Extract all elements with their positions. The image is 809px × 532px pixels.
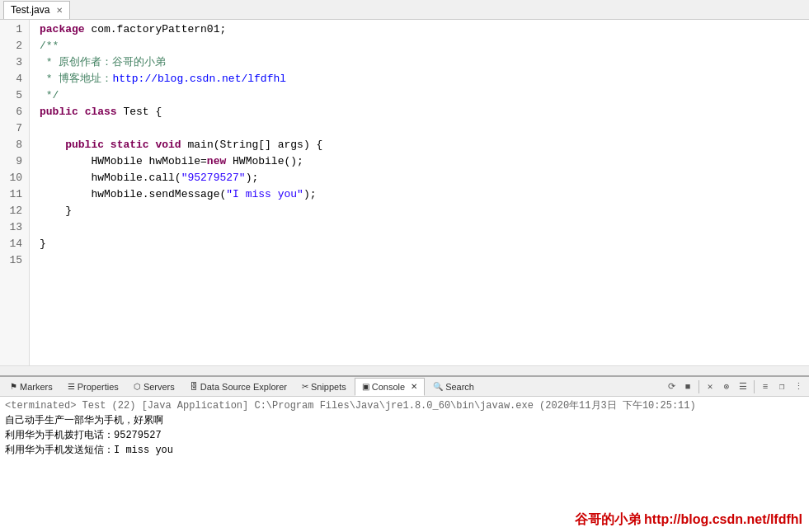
tab-bar: Test.java ✕	[0, 0, 809, 20]
snippets-tab-icon: ✂	[302, 382, 308, 391]
toolbar-separator	[754, 380, 755, 393]
line-number: 11	[3, 186, 22, 203]
code-line	[40, 252, 809, 269]
console-toolbar: ⟳■✕⊗☰≡❐⋮	[664, 379, 809, 394]
line-number: 9	[3, 153, 22, 170]
line-number: 8	[3, 137, 22, 153]
line-number: 6	[3, 104, 22, 120]
tab-close-icon[interactable]: ✕	[56, 6, 63, 15]
bottom-tab-console[interactable]: ▣Console✕	[355, 378, 425, 396]
file-tab-label: Test.java	[11, 4, 49, 16]
line-number: 4	[3, 71, 22, 87]
bottom-tab-bar: ⚑Markers☰Properties⬡Servers🗄Data Source …	[0, 377, 809, 397]
code-line: hwMobile.call("95279527");	[40, 170, 809, 186]
snippets-tab-label: Snippets	[311, 382, 346, 392]
line-number: 1	[3, 21, 22, 38]
line-number: 10	[3, 170, 22, 186]
code-line: public class Test {	[40, 104, 809, 120]
code-line: * 原创作者：谷哥的小弟	[40, 54, 809, 71]
code-line: HWMobile hwMobile=new HWMobile();	[40, 153, 809, 170]
line-number: 3	[3, 54, 22, 71]
code-line: }	[40, 236, 809, 252]
properties-tab-label: Properties	[78, 382, 119, 392]
refresh-icon[interactable]: ⟳	[664, 379, 679, 394]
bottom-tab-snippets[interactable]: ✂Snippets	[295, 378, 353, 396]
line-number: 13	[3, 219, 22, 236]
line-number: 15	[3, 252, 22, 269]
copy-icon[interactable]: ❐	[774, 379, 789, 394]
bottom-tab-search[interactable]: 🔍Search	[426, 378, 481, 396]
line-number: 5	[3, 87, 22, 104]
datasource-tab-icon: 🗄	[190, 382, 198, 391]
properties-tab-icon: ☰	[68, 382, 75, 391]
bottom-tab-datasource[interactable]: 🗄Data Source Explorer	[183, 378, 294, 396]
code-line	[40, 219, 809, 236]
code-line: */	[40, 87, 809, 104]
markers-tab-label: Markers	[20, 382, 53, 392]
console-output-line: 利用华为手机发送短信：I miss you	[5, 443, 804, 458]
close-icon[interactable]: ✕	[703, 379, 717, 394]
file-tab[interactable]: Test.java ✕	[3, 1, 70, 19]
more-icon[interactable]: ⋮	[791, 379, 806, 394]
markers-tab-icon: ⚑	[10, 382, 17, 391]
bottom-panel: ⚑Markers☰Properties⬡Servers🗄Data Source …	[0, 375, 809, 532]
search-tab-label: Search	[445, 382, 474, 392]
console-tab-label: Console	[372, 382, 405, 392]
error-icon[interactable]: ⊗	[719, 379, 734, 394]
line-number: 12	[3, 203, 22, 219]
code-line: public static void main(String[] args) {	[40, 137, 809, 153]
console-tab-icon: ▣	[362, 382, 369, 391]
console-area[interactable]: <terminated> Test (22) [Java Application…	[0, 397, 809, 508]
line-numbers: 123456789101112131415	[0, 20, 30, 365]
code-content[interactable]: package com.factoryPattern01;/** * 原创作者：…	[30, 20, 809, 365]
console-tab-close[interactable]: ✕	[411, 382, 417, 391]
layout-icon[interactable]: ≡	[758, 379, 773, 394]
code-line: }	[40, 203, 809, 219]
bottom-tab-properties[interactable]: ☰Properties	[61, 378, 125, 396]
stop-icon[interactable]: ■	[680, 379, 695, 394]
code-container: 123456789101112131415 package com.factor…	[0, 20, 809, 365]
code-line: hwMobile.sendMessage("I miss you");	[40, 186, 809, 203]
code-line: package com.factoryPattern01;	[40, 21, 809, 38]
code-line: * 博客地址：http://blog.csdn.net/lfdfhl	[40, 71, 809, 87]
code-line: /**	[40, 38, 809, 54]
bottom-tab-servers[interactable]: ⬡Servers	[127, 378, 181, 396]
bottom-tab-markers[interactable]: ⚑Markers	[3, 378, 59, 396]
editor-scrollbar[interactable]	[0, 365, 809, 375]
datasource-tab-label: Data Source Explorer	[200, 382, 287, 392]
console-output-line: 利用华为手机拨打电话：95279527	[5, 428, 804, 443]
servers-tab-icon: ⬡	[134, 382, 141, 391]
line-number: 14	[3, 236, 22, 252]
console-terminated-line: <terminated> Test (22) [Java Application…	[5, 398, 804, 413]
code-line	[40, 120, 809, 137]
console-output-line: 自己动手生产一部华为手机，好累啊	[5, 413, 804, 428]
search-tab-icon: 🔍	[433, 382, 443, 391]
line-number: 2	[3, 38, 22, 54]
toolbar-separator	[698, 380, 699, 393]
menu-icon[interactable]: ☰	[736, 379, 750, 394]
editor-area: 123456789101112131415 package com.factor…	[0, 20, 809, 375]
servers-tab-label: Servers	[143, 382, 175, 392]
watermark: 谷哥的小弟 http://blog.csdn.net/lfdfhl	[0, 508, 809, 532]
line-number: 7	[3, 120, 22, 137]
